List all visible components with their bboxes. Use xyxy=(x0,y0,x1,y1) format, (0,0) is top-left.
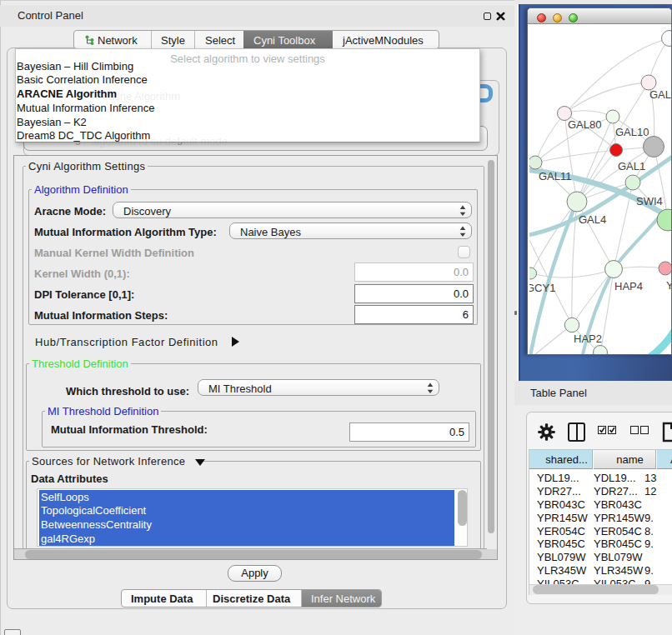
svg-text:SWI4: SWI4 xyxy=(636,195,663,208)
svg-text:GAL80: GAL80 xyxy=(568,118,601,131)
svg-text:GCY1: GCY1 xyxy=(529,282,555,294)
svg-text:GAL7: GAL7 xyxy=(649,88,672,101)
svg-text:GAL10: GAL10 xyxy=(615,126,649,138)
svg-text:GAL1: GAL1 xyxy=(618,160,645,172)
svg-text:HAP4: HAP4 xyxy=(614,280,643,292)
svg-text:HAP2: HAP2 xyxy=(574,332,602,345)
svg-text:Y: Y xyxy=(666,279,672,292)
svg-text:GAL11: GAL11 xyxy=(539,170,572,182)
svg-text:GAL4: GAL4 xyxy=(579,213,606,226)
